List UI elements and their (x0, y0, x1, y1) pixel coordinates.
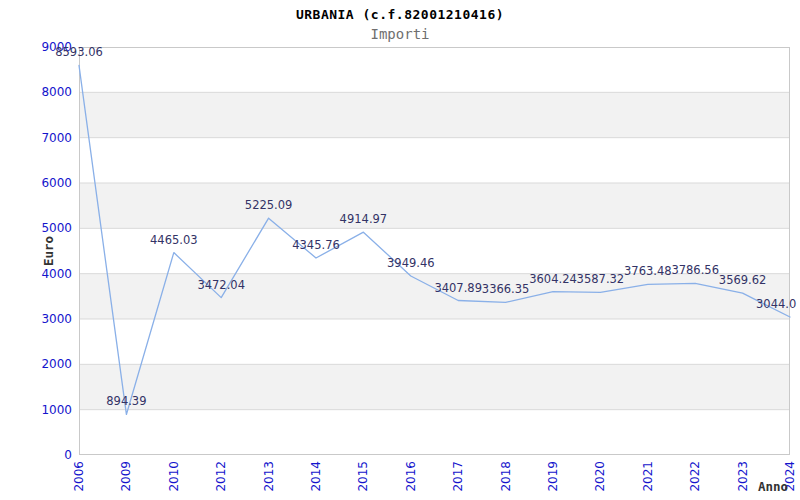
x-tick-label: 2009 (119, 461, 133, 492)
x-tick-label: 2012 (214, 461, 228, 492)
point-label: 3472.04 (197, 278, 245, 292)
point-label: 3044.0 (756, 297, 796, 311)
x-tick-label: 2019 (546, 461, 560, 492)
x-tick-label: 2016 (404, 461, 418, 492)
x-tick-label: 2021 (641, 461, 655, 492)
y-tick-label: 7000 (41, 131, 72, 145)
y-tick-label: 5000 (41, 221, 72, 235)
plot-band (79, 92, 790, 137)
point-label: 3569.62 (719, 273, 767, 287)
y-tick-label: 4000 (41, 267, 72, 281)
plot-band (79, 364, 790, 409)
point-label: 8593.06 (55, 45, 103, 59)
x-axis-title: Anno (758, 479, 788, 494)
point-label: 4465.03 (150, 233, 198, 247)
y-tick-label: 3000 (41, 312, 72, 326)
x-tick-label: 2017 (451, 461, 465, 492)
point-label: 3949.46 (387, 256, 435, 270)
y-tick-label: 2000 (41, 357, 72, 371)
x-tick-label: 2006 (72, 461, 86, 492)
point-label: 4914.97 (340, 212, 388, 226)
x-tick-label: 2023 (736, 461, 750, 492)
x-tick-label: 2015 (356, 461, 370, 492)
y-tick-label: 6000 (41, 176, 72, 190)
x-tick-label: 2018 (499, 461, 513, 492)
line-chart: 0100020003000400050006000700080009000200… (0, 0, 800, 500)
chart-canvas: URBANIA (c.f.82001210416) Importi 010002… (0, 0, 800, 500)
point-label: 3786.56 (671, 263, 719, 277)
y-tick-label: 0 (64, 448, 72, 462)
point-label: 3604.24 (529, 272, 577, 286)
y-axis-title: Euro (41, 236, 56, 266)
point-label: 5225.09 (245, 198, 293, 212)
point-label: 894.39 (106, 394, 146, 408)
plot-band (79, 183, 790, 228)
y-tick-label: 8000 (41, 85, 72, 99)
x-tick-label: 2014 (309, 461, 323, 492)
point-label: 3587.32 (577, 272, 625, 286)
x-tick-label: 2013 (262, 461, 276, 492)
point-label: 3407.89 (434, 281, 482, 295)
point-label: 4345.76 (292, 238, 340, 252)
x-tick-label: 2010 (167, 461, 181, 492)
point-label: 3366.35 (482, 282, 530, 296)
x-tick-label: 2022 (688, 461, 702, 492)
y-tick-label: 1000 (41, 403, 72, 417)
point-label: 3763.48 (624, 264, 672, 278)
x-tick-label: 2020 (593, 461, 607, 492)
